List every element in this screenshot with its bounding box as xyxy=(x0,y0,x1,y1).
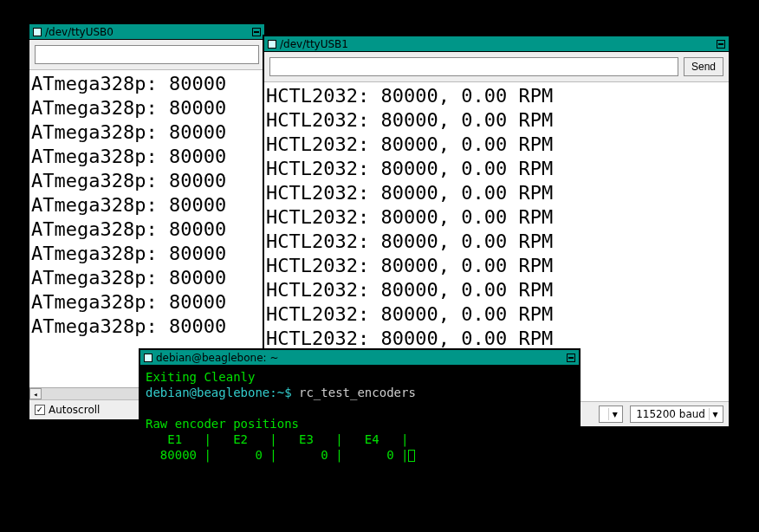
send-button[interactable]: Send xyxy=(684,57,723,76)
terminal-body[interactable]: Exiting Cleanly debian@beaglebone:~$ rc_… xyxy=(140,366,579,496)
title-text: debian@beaglebone: ~ xyxy=(156,352,278,364)
terminal-prompt: debian@beaglebone:~$ xyxy=(146,386,299,399)
titlebar-usb0[interactable]: /dev/ttyUSB0 xyxy=(29,24,264,40)
line-ending-dropdown[interactable]: ▾ xyxy=(599,405,623,423)
shade-icon[interactable] xyxy=(252,28,261,36)
titlebar-usb1[interactable]: /dev/ttyUSB1 xyxy=(264,36,729,52)
cursor-icon xyxy=(408,450,415,462)
terminal-window: debian@beaglebone: ~ Exiting Cleanly deb… xyxy=(139,348,581,497)
title-text: /dev/ttyUSB1 xyxy=(280,38,348,50)
baud-dropdown[interactable]: 115200 baud ▾ xyxy=(630,405,723,423)
input-row-usb1: Send xyxy=(264,52,729,82)
autoscroll-checkbox[interactable]: ✓ Autoscroll xyxy=(35,404,100,416)
window-menu-icon[interactable] xyxy=(33,28,42,36)
autoscroll-label: Autoscroll xyxy=(49,404,100,416)
window-menu-icon[interactable] xyxy=(268,40,276,49)
terminal-line: E1 | E2 | E3 | E4 | xyxy=(146,432,408,446)
shade-icon[interactable] xyxy=(717,40,725,49)
terminal-line: Exiting Cleanly xyxy=(146,370,255,384)
terminal-line: 80000 | 0 | 0 | 0 | xyxy=(146,448,408,462)
window-menu-icon[interactable] xyxy=(144,354,152,362)
checkbox-icon[interactable]: ✓ xyxy=(35,405,45,415)
scroll-left-icon[interactable]: ◂ xyxy=(29,388,42,399)
serial-input-usb0[interactable] xyxy=(35,45,259,64)
input-row-usb0 xyxy=(29,40,264,70)
terminal-command: rc_test_encoders xyxy=(299,386,416,399)
terminal-line: Raw encoder positions xyxy=(146,417,299,431)
titlebar-terminal[interactable]: debian@beaglebone: ~ xyxy=(140,350,579,366)
baud-label: 115200 baud xyxy=(636,408,705,420)
title-text: /dev/ttyUSB0 xyxy=(45,26,114,38)
serial-input-usb1[interactable] xyxy=(269,57,678,76)
serial-output-usb0: ATmega328p: 80000 ATmega328p: 80000 ATme… xyxy=(29,70,264,387)
shade-icon[interactable] xyxy=(567,354,575,362)
chevron-down-icon: ▾ xyxy=(709,408,721,420)
chevron-down-icon: ▾ xyxy=(608,408,620,420)
